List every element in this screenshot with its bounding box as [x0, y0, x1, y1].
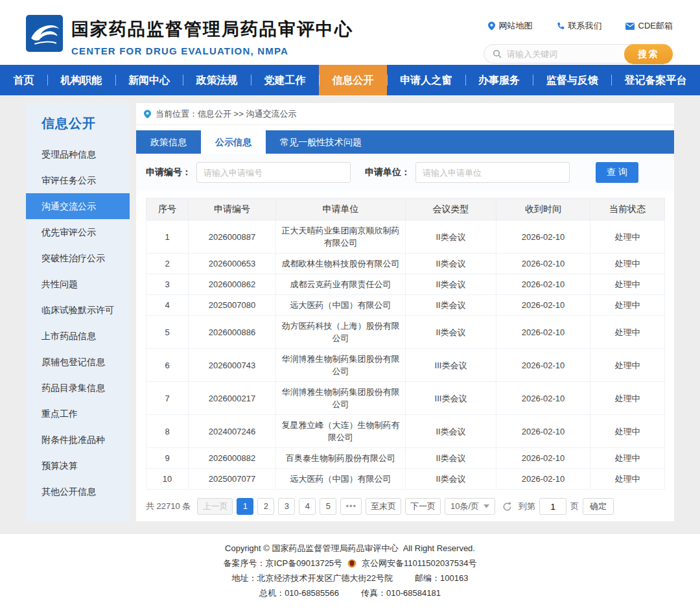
cell-date: 2026-02-10: [496, 349, 590, 382]
prev-page-button[interactable]: 上一页: [197, 498, 233, 515]
refresh-icon[interactable]: [499, 498, 515, 515]
sidebar-item-communication[interactable]: 沟通交流公示: [26, 193, 130, 219]
cell-status: 处理中: [590, 295, 665, 316]
cell-company: 远大医药（中国）有限公司: [276, 295, 406, 316]
cell-meeting-type: II类会议: [406, 274, 496, 295]
page-button-2[interactable]: 2: [257, 498, 274, 515]
site-brand: 国家药品监督管理局药品审评中心 CENTER FOR DRUG EVALUATI…: [71, 18, 353, 56]
nav-item-info-disclosure[interactable]: 信息公开: [319, 65, 387, 95]
page-button-4[interactable]: 4: [299, 498, 316, 515]
mail-icon: [625, 23, 635, 30]
cell-status: 处理中: [590, 254, 665, 274]
contact-us-link[interactable]: 联系我们: [556, 20, 602, 32]
tab-publicity-info[interactable]: 公示信息: [201, 130, 266, 154]
nav-item-registration-platform[interactable]: 登记备案平台: [611, 65, 700, 95]
cell-company: 劲方医药科技（上海）股份有限公司: [276, 316, 406, 349]
table-row: 10 2025007077 远大医药（中国）有限公司 II类会议 2026-02…: [146, 469, 665, 490]
table-row: 7 2026000217 华润博雅生物制药集团股份有限公司 III类会议 202…: [146, 382, 665, 415]
nav-item-home[interactable]: 首页: [0, 65, 47, 95]
cell-app-no: 2026000862: [189, 274, 276, 295]
sidebar-item-key-work[interactable]: 重点工作: [26, 401, 130, 427]
icp-filing-text[interactable]: 备案序号：京ICP备09013725号: [224, 558, 343, 569]
sidebar-item-drug-catalog[interactable]: 药品目录集信息: [26, 375, 130, 401]
security-badge-icon: [347, 559, 356, 568]
page-button-5[interactable]: 5: [320, 498, 336, 515]
cell-seq: 7: [146, 382, 189, 415]
tab-common-technical-questions[interactable]: 常见一般性技术问题: [266, 130, 376, 154]
nav-item-news[interactable]: 新闻中心: [115, 65, 183, 95]
sidebar-item-excipients-registration[interactable]: 原辅包登记信息: [26, 349, 130, 375]
next-page-button[interactable]: 下一页: [405, 498, 441, 515]
cde-mailbox-link[interactable]: CDE邮箱: [625, 20, 673, 32]
sidebar-item-conditional-approval[interactable]: 附条件批准品种: [26, 427, 130, 453]
cell-status: 处理中: [590, 415, 665, 448]
cell-seq: 8: [146, 415, 189, 448]
cell-seq: 5: [146, 316, 189, 349]
cell-seq: 1: [146, 220, 189, 254]
page-button-1[interactable]: 1: [237, 498, 253, 515]
nav-item-applicant-window[interactable]: 申请人之窗: [387, 65, 465, 95]
footer-phone-line: 总机：010-68585566 传真：010-68584181: [0, 586, 700, 600]
results-table: 序号 申请编号 申请单位 会议类型 收到时间 当前状态 1 2026000887…: [146, 198, 665, 490]
nav-item-services[interactable]: 办事服务: [465, 65, 533, 95]
sidebar-item-budget[interactable]: 预算决算: [26, 453, 130, 479]
cell-status: 处理中: [590, 382, 665, 415]
cde-logo: [26, 15, 63, 52]
sitemap-link[interactable]: 网站地图: [488, 20, 533, 32]
location-pin-icon: [144, 110, 151, 119]
cell-company: 复星雅立峰（大连）生物制药有限公司: [276, 415, 406, 448]
phone-icon: [556, 22, 565, 30]
page-button-3[interactable]: 3: [278, 498, 295, 515]
sidebar-item-clinical-trial-license[interactable]: 临床试验默示许可: [26, 297, 130, 323]
sidebar-item-accepted-varieties[interactable]: 受理品种信息: [26, 141, 130, 167]
nav-item-functions[interactable]: 机构职能: [47, 65, 115, 95]
security-filing-text[interactable]: 京公网安备11011502037534号: [362, 558, 476, 569]
cell-app-no: 2026000217: [189, 382, 276, 415]
cell-company: 正大天晴药业集团南京顺欣制药有限公司: [276, 220, 406, 254]
site-subtitle: CENTER FOR DRUG EVALUATION, NMPA: [71, 45, 353, 56]
sidebar-item-review-tasks[interactable]: 审评任务公示: [26, 167, 130, 193]
cell-company: 华润博雅生物制药集团股份有限公司: [276, 382, 406, 415]
header-app-no: 申请编号: [189, 198, 276, 220]
quick-links: 网站地图 联系我们 CDE邮箱: [488, 20, 673, 32]
nav-item-policies[interactable]: 政策法规: [183, 65, 251, 95]
table-row: 9 2026000882 百奥泰生物制药股份有限公司 II类会议 2026-02…: [146, 448, 665, 469]
applicant-label: 申请单位：: [365, 167, 410, 178]
cell-date: 2026-02-10: [496, 295, 590, 316]
cell-seq: 4: [146, 295, 189, 316]
cell-meeting-type: II类会议: [406, 220, 496, 254]
page-size-select[interactable]: 10条/页: [445, 498, 495, 515]
query-button[interactable]: 查 询: [596, 162, 638, 183]
cell-seq: 2: [146, 254, 189, 274]
table-row: 6 2026000743 华润博雅生物制药集团股份有限公司 III类会议 202…: [146, 349, 665, 382]
last-page-button[interactable]: 至末页: [366, 498, 401, 515]
table-row: 1 2026000887 正大天晴药业集团南京顺欣制药有限公司 II类会议 20…: [146, 220, 665, 254]
applicant-input[interactable]: [415, 162, 570, 183]
application-number-input[interactable]: [196, 162, 351, 183]
goto-label: 到第: [519, 501, 535, 512]
nav-item-party-building[interactable]: 党建工作: [251, 65, 319, 95]
nav-item-supervision-feedback[interactable]: 监督与反馈: [533, 65, 611, 95]
site-search-button[interactable]: 搜索: [624, 44, 673, 64]
location-pin-icon: [488, 21, 495, 30]
site-search: 搜索: [484, 44, 673, 64]
sidebar-item-marketed-drugs[interactable]: 上市药品信息: [26, 323, 130, 349]
sidebar-item-common-issues[interactable]: 共性问题: [26, 271, 130, 297]
sidebar-item-other-info[interactable]: 其他公开信息: [26, 479, 130, 504]
cell-app-no: 2024007246: [189, 415, 276, 448]
page-ellipsis[interactable]: •••: [340, 498, 362, 515]
cell-meeting-type: II类会议: [406, 316, 496, 349]
cell-date: 2026-02-10: [496, 415, 590, 448]
sidebar: 信息公开 受理品种信息 审评任务公示 沟通交流公示 优先审评公示 突破性治疗公示…: [26, 103, 130, 521]
cell-meeting-type: III类会议: [406, 382, 496, 415]
sidebar-item-priority-review[interactable]: 优先审评公示: [26, 219, 130, 245]
confirm-button[interactable]: 确定: [583, 498, 614, 515]
cell-meeting-type: II类会议: [406, 254, 496, 274]
footer-filing-line: 备案序号：京ICP备09013725号 京公网安备11011502037534号: [0, 556, 700, 571]
tab-policy-info[interactable]: 政策信息: [136, 130, 201, 154]
table-row: 8 2024007246 复星雅立峰（大连）生物制药有限公司 II类会议 202…: [146, 415, 665, 448]
breadcrumb-text: 当前位置：信息公开 >> 沟通交流公示: [156, 108, 296, 120]
sidebar-item-breakthrough-therapy[interactable]: 突破性治疗公示: [26, 245, 130, 271]
cell-company: 华润博雅生物制药集团股份有限公司: [276, 349, 406, 382]
goto-page-input[interactable]: [539, 498, 566, 515]
